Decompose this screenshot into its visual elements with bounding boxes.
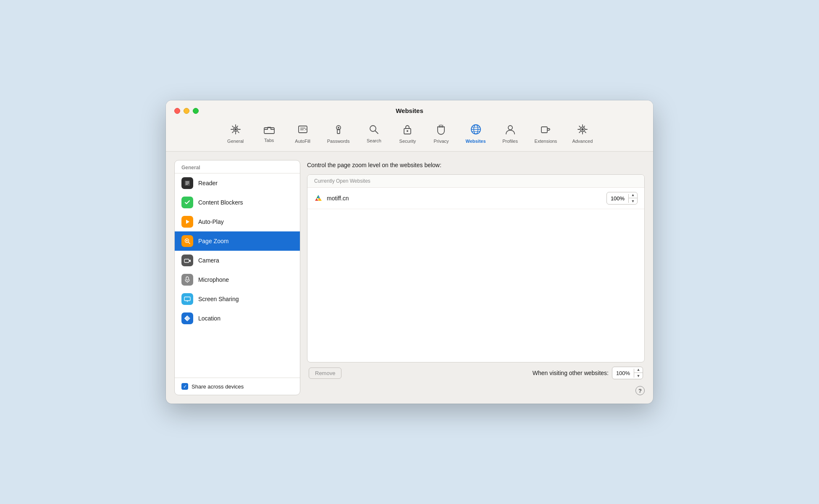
location-icon	[181, 312, 193, 324]
other-websites-stepper[interactable]: 100% ▲ ▼	[612, 367, 643, 379]
microphone-icon	[181, 274, 193, 286]
autofill-icon	[297, 123, 309, 137]
advanced-label: Advanced	[572, 139, 593, 144]
svg-point-0	[234, 128, 237, 131]
toolbar-item-passwords[interactable]: Passwords	[320, 120, 357, 147]
safari-preferences-window: Websites General	[166, 100, 653, 404]
toolbar-item-security[interactable]: Security	[391, 120, 424, 147]
minimize-button[interactable]	[184, 108, 189, 114]
toolbar-item-extensions[interactable]: Extensions	[527, 120, 565, 147]
other-websites-arrows: ▲ ▼	[634, 367, 643, 379]
privacy-icon	[436, 123, 446, 137]
toolbar-item-privacy[interactable]: Privacy	[424, 120, 458, 147]
share-across-label: Share across devices	[192, 383, 244, 390]
sidebar-item-autoplay[interactable]: Auto-Play	[175, 212, 300, 231]
extensions-icon	[540, 123, 551, 137]
toolbar-item-profiles[interactable]: Profiles	[494, 120, 527, 147]
other-websites-label: When visiting other websites:	[533, 370, 609, 376]
main-panel: Control the page zoom level on the websi…	[307, 160, 645, 395]
sidebar-footer: ✓ Share across devices	[175, 378, 300, 395]
toolbar-item-advanced[interactable]: Advanced	[564, 120, 600, 147]
microphone-label: Microphone	[198, 276, 229, 283]
page-zoom-icon	[181, 235, 193, 247]
svg-point-12	[407, 130, 408, 132]
other-zoom-up-button[interactable]: ▲	[634, 367, 643, 373]
svg-rect-34	[186, 277, 189, 280]
privacy-label: Privacy	[433, 139, 449, 144]
toolbar: General Tabs	[219, 120, 601, 147]
security-icon	[402, 123, 412, 137]
svg-marker-43	[315, 198, 318, 201]
sidebar-item-screen-sharing[interactable]: Screen Sharing	[175, 289, 300, 309]
profiles-icon	[505, 123, 516, 137]
svg-point-8	[338, 127, 339, 129]
sidebar-item-page-zoom[interactable]: Page Zoom	[175, 231, 300, 251]
site-favicon	[314, 194, 323, 202]
general-icon	[230, 123, 242, 137]
svg-marker-41	[318, 198, 322, 201]
other-zoom-down-button[interactable]: ▼	[634, 373, 643, 379]
content-blockers-label: Content Blockers	[198, 199, 243, 206]
zoom-arrows: ▲ ▼	[629, 192, 637, 204]
sidebar-item-reader[interactable]: Reader	[175, 173, 300, 193]
zoom-down-button[interactable]: ▼	[629, 198, 637, 204]
passwords-label: Passwords	[327, 139, 350, 144]
security-label: Security	[399, 139, 416, 144]
bottom-bar: Remove When visiting other websites: 100…	[307, 367, 645, 379]
sidebar-header: General	[175, 160, 300, 173]
svg-point-21	[508, 126, 512, 130]
toolbar-item-autofill[interactable]: AutoFill	[286, 120, 320, 147]
zoom-stepper[interactable]: 100% ▲ ▼	[606, 192, 638, 205]
window-title: Websites	[396, 107, 423, 114]
websites-table: Currently Open Websites	[307, 174, 645, 362]
main-description: Control the page zoom level on the websi…	[307, 160, 645, 170]
maximize-button[interactable]	[193, 108, 199, 114]
websites-icon	[470, 123, 482, 137]
zoom-up-button[interactable]: ▲	[629, 192, 637, 198]
svg-marker-40	[318, 195, 320, 198]
sidebar: General Reader	[174, 160, 300, 395]
sidebar-item-location[interactable]: Location	[175, 309, 300, 328]
extensions-label: Extensions	[535, 139, 557, 144]
main-content-wrapper: Control the page zoom level on the websi…	[307, 160, 645, 379]
toolbar-item-websites[interactable]: Websites	[458, 120, 493, 147]
page-zoom-label: Page Zoom	[198, 238, 228, 244]
sidebar-scroll[interactable]: Reader Content Blockers	[175, 173, 300, 378]
content-blockers-icon	[181, 197, 193, 208]
close-button[interactable]	[174, 108, 180, 114]
svg-rect-2	[264, 128, 274, 134]
table-body: motiff.cn 100% ▲ ▼	[307, 188, 644, 293]
reader-label: Reader	[198, 180, 218, 186]
camera-icon	[181, 255, 193, 266]
general-label: General	[227, 139, 244, 144]
search-label: Search	[367, 138, 381, 143]
table-row[interactable]: motiff.cn 100% ▲ ▼	[307, 188, 644, 209]
other-websites-control: When visiting other websites: 100% ▲ ▼	[533, 367, 643, 379]
content-area: General Reader	[166, 152, 653, 404]
sidebar-item-content-blockers[interactable]: Content Blockers	[175, 193, 300, 212]
screen-sharing-label: Screen Sharing	[198, 296, 239, 302]
svg-rect-36	[184, 297, 190, 301]
svg-line-10	[375, 131, 378, 134]
camera-label: Camera	[198, 257, 219, 264]
titlebar: Websites General	[166, 100, 653, 152]
toolbar-item-general[interactable]: General	[219, 120, 252, 147]
svg-point-23	[581, 128, 584, 131]
toolbar-item-search[interactable]: Search	[357, 121, 391, 147]
sidebar-item-microphone[interactable]: Microphone	[175, 270, 300, 289]
websites-label: Websites	[465, 139, 486, 144]
svg-rect-22	[541, 127, 547, 133]
autoplay-label: Auto-Play	[198, 218, 224, 225]
advanced-icon	[577, 123, 588, 137]
toolbar-item-tabs[interactable]: Tabs	[252, 121, 286, 146]
reader-icon	[181, 177, 193, 189]
screen-sharing-icon	[181, 293, 193, 305]
svg-rect-33	[184, 259, 189, 262]
table-header: Currently Open Websites	[307, 175, 644, 188]
sidebar-item-camera[interactable]: Camera	[175, 251, 300, 270]
remove-button[interactable]: Remove	[309, 368, 341, 379]
tabs-label: Tabs	[264, 138, 274, 143]
help-button[interactable]: ?	[635, 386, 645, 395]
share-across-checkbox[interactable]: ✓	[181, 383, 188, 390]
search-icon	[368, 124, 379, 136]
